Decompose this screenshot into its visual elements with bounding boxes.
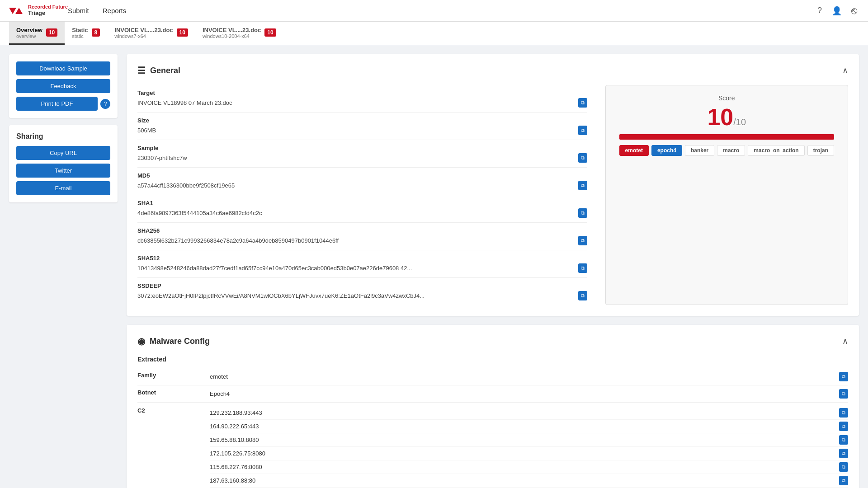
config-family-row: Family emotet ⧉ [137,368,848,385]
print-to-pdf-button[interactable]: Print to PDF [16,97,98,111]
tab-overview[interactable]: Overview overview 10 [9,22,65,45]
page-content: Download Sample Feedback Print to PDF ? … [0,45,868,488]
nav-submit[interactable]: Submit [68,7,89,14]
tab-invoice-win7-label: INVOICE VL....23.doc windows7-x64 [114,27,173,39]
header: Recorded Future Triage Submit Reports ? … [0,0,868,22]
malware-config-title: ◉ Malware Config [137,336,210,347]
c2-value-3: 159.65.88.10:8080 ⧉ [210,433,848,447]
print-help-button[interactable]: ? [100,99,110,109]
field-size: Size 506MB ⧉ [137,113,587,140]
copy-c2-4-button[interactable]: ⧉ [839,449,848,458]
copy-c2-6-button[interactable]: ⧉ [839,476,848,485]
logo-recorded-future: Recorded Future [28,5,68,9]
tab-overview-label: Overview overview [16,27,42,39]
tags-container: emotet epoch4 banker macro macro_on_acti… [619,145,834,156]
copy-botnet-button[interactable]: ⧉ [839,389,848,399]
tag-macro[interactable]: macro [717,145,745,156]
tab-static[interactable]: Static static 8 [65,22,107,45]
copy-target-button[interactable]: ⧉ [578,98,587,108]
malware-config-header: ◉ Malware Config ∧ [137,336,848,347]
copy-size-button[interactable]: ⧉ [578,126,587,135]
copy-md5-button[interactable]: ⧉ [578,181,587,190]
general-icon: ☰ [137,65,146,76]
extracted-header: Extracted [137,356,848,363]
general-fields: Target INVOICE VL18998 07 March 23.doc ⧉… [137,85,587,305]
c2-value-6: 187.63.160.88:80 ⧉ [210,474,848,488]
field-sample: Sample 230307-phtffshc7w ⧉ [137,140,587,168]
print-to-pdf-row: Print to PDF ? [16,97,110,111]
logo: Recorded Future Triage [9,5,68,17]
family-value: emotet [210,373,228,380]
c2-value-2: 164.90.222.65:443 ⧉ [210,420,848,433]
logout-icon[interactable]: ⎋ [849,6,859,16]
score-display: 10/10 [619,105,834,129]
logo-icon [9,8,23,14]
copy-c2-5-button[interactable]: ⧉ [839,462,848,472]
score-panel: Score 10/10 emotet epoch4 banker macro m… [605,85,848,305]
help-icon[interactable]: ? [815,6,825,16]
copy-sha512-button[interactable]: ⧉ [578,263,587,273]
sharing-card: Sharing Copy URL Twitter E-mail [9,125,118,202]
field-sha1: SHA1 4de86fa9897363f5444105a34c6ae6982cf… [137,195,587,223]
logo-text-group: Recorded Future Triage [28,5,68,17]
tab-overview-score: 10 [46,28,57,37]
copy-sha256-button[interactable]: ⧉ [578,236,587,245]
config-table: Family emotet ⧉ Botnet [137,368,848,488]
botnet-value: Epoch4 [210,390,230,397]
copy-ssdeep-button[interactable]: ⧉ [578,291,587,300]
download-sample-button[interactable]: Download Sample [16,61,110,75]
copy-sample-button[interactable]: ⧉ [578,153,587,163]
sharing-title: Sharing [16,132,110,141]
general-section-header: ☰ General ∧ [137,65,848,76]
general-content: Target INVOICE VL18998 07 March 23.doc ⧉… [137,85,848,305]
sidebar-actions-card: Download Sample Feedback Print to PDF ? [9,54,118,118]
tabs-bar: Overview overview 10 Static static 8 INV… [0,22,868,45]
copy-family-button[interactable]: ⧉ [839,372,848,381]
email-button[interactable]: E-mail [16,181,110,195]
tab-invoice-win10-score: 10 [264,28,276,37]
tag-emotet[interactable]: emotet [619,145,649,156]
copy-c2-2-button[interactable]: ⧉ [839,422,848,431]
copy-url-button[interactable]: Copy URL [16,146,110,160]
field-target: Target INVOICE VL18998 07 March 23.doc ⧉ [137,85,587,113]
tab-static-label: Static static [72,27,88,39]
score-bar [619,134,834,140]
copy-c2-1-button[interactable]: ⧉ [839,408,848,418]
logo-triangle-2 [15,8,23,14]
malware-config-collapse-button[interactable]: ∧ [842,336,848,346]
config-botnet-row: Botnet Epoch4 ⧉ [137,385,848,403]
copy-c2-3-button[interactable]: ⧉ [839,435,848,445]
general-section: ☰ General ∧ Target INVOICE VL18998 07 Ma… [127,54,859,316]
header-actions: ? 👤 ⎋ [815,6,859,16]
tab-invoice-win10-label: INVOICE VL....23.doc windows10-2004-x64 [203,27,261,39]
field-md5: MD5 a57a44cff1336300bbe9f2508cf19e65 ⧉ [137,168,587,195]
c2-value-4: 172.105.226.75:8080 ⧉ [210,447,848,460]
sidebar: Download Sample Feedback Print to PDF ? … [9,54,118,488]
logo-triage: Triage [28,9,68,17]
user-icon[interactable]: 👤 [832,6,842,16]
copy-sha1-button[interactable]: ⧉ [578,208,587,218]
tag-epoch4[interactable]: epoch4 [651,145,682,156]
main-content: ☰ General ∧ Target INVOICE VL18998 07 Ma… [127,54,859,488]
field-sha512: SHA512 10413498e5248246da88dad27f7cedf1a… [137,250,587,278]
tab-invoice-win7[interactable]: INVOICE VL....23.doc windows7-x64 10 [107,22,195,45]
tab-invoice-win7-score: 10 [177,28,188,37]
config-c2-row: C2 129.232.188.93:443 ⧉ 164.90.222.65:44… [137,403,848,488]
feedback-button[interactable]: Feedback [16,79,110,93]
malware-config-section: ◉ Malware Config ∧ Extracted Family emot… [127,325,859,488]
c2-value-5: 115.68.227.76:8080 ⧉ [210,460,848,474]
c2-value-1: 129.232.188.93:443 ⧉ [210,406,848,420]
nav-reports[interactable]: Reports [103,7,127,14]
tab-invoice-win10[interactable]: INVOICE VL....23.doc windows10-2004-x64 … [195,22,283,45]
twitter-button[interactable]: Twitter [16,164,110,178]
general-collapse-button[interactable]: ∧ [842,66,848,75]
field-sha256: SHA256 cb63855l632b271c9993266834e78a2c9… [137,223,587,250]
tab-static-score: 8 [92,28,100,37]
malware-icon: ◉ [137,336,145,347]
tag-banker[interactable]: banker [685,145,714,156]
general-title: ☰ General [137,65,180,76]
malware-config-content: Extracted Family emotet ⧉ [137,356,848,488]
field-ssdeep: SSDEEP 3072:eoEW2aOtFjH0lP2lpjctfRcVVwEi… [137,278,587,305]
tag-trojan[interactable]: trojan [807,145,834,156]
tag-macro-on-action[interactable]: macro_on_action [748,145,804,156]
